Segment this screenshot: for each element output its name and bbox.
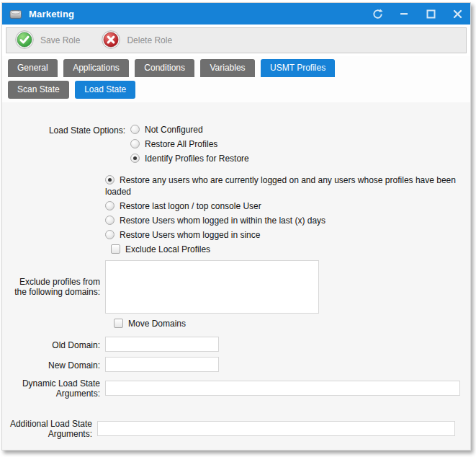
radio-restore-logged-on-users[interactable]: Restore any users who are currently logg… (105, 174, 464, 198)
radio-icon (130, 154, 140, 163)
radio-restore-last-logon[interactable]: Restore last logon / top console User (105, 200, 464, 212)
additional-args-input[interactable] (97, 421, 455, 436)
refresh-icon[interactable] (372, 8, 383, 19)
radio-restore-logged-in-since[interactable]: Restore Users whom logged in since (105, 229, 464, 241)
tab-applications[interactable]: Applications (63, 59, 129, 77)
window-controls (372, 8, 463, 19)
exclude-domains-textarea[interactable] (105, 260, 319, 314)
window-title: Marketing (29, 9, 74, 19)
radio-label: Restore last logon / top console User (120, 201, 261, 211)
radio-icon (130, 125, 140, 134)
radio-identify-profiles[interactable]: Identify Profiles for Restore (130, 153, 249, 164)
role-drum-icon (9, 9, 22, 19)
radio-label: Restore All Profiles (145, 139, 217, 149)
checkbox-label: Exclude Local Profiles (125, 244, 210, 254)
marketing-role-window: Marketing (1, 2, 471, 451)
tab-usmt-profiles[interactable]: USMT Profiles (261, 59, 335, 77)
tab-area: General Applications Conditions Variable… (2, 56, 470, 102)
new-domain-input[interactable] (105, 357, 219, 372)
dynamic-args-label: Dynamic Load State Arguments: (8, 377, 105, 399)
radio-restore-last-x-days[interactable]: Restore Users whom logged in within the … (105, 215, 464, 226)
main-tabs: General Applications Conditions Variable… (8, 59, 470, 77)
additional-args-label: Additional Load State Arguments: (8, 417, 97, 439)
radio-restore-all-profiles[interactable]: Restore All Profiles (130, 138, 249, 150)
load-state-options-label: Load State Options: (8, 124, 130, 136)
radio-label: Not Configured (145, 125, 203, 135)
load-state-panel: Load State Options: Not Configured Resto… (2, 102, 470, 450)
green-check-circle-icon (15, 30, 34, 51)
radio-icon (105, 216, 114, 225)
old-domain-input[interactable] (105, 337, 219, 352)
old-domain-label: Old Domain: (8, 339, 105, 350)
radio-not-configured[interactable]: Not Configured (130, 124, 249, 136)
exclude-domains-label: Exclude profiles from the following doma… (8, 277, 105, 297)
radio-icon (105, 201, 114, 210)
red-x-circle-icon (102, 30, 120, 51)
load-state-options-group: Not Configured Restore All Profiles Iden… (130, 124, 249, 167)
delete-role-label: Delete Role (127, 35, 172, 45)
radio-label: Identify Profiles for Restore (145, 154, 249, 164)
checkbox-label: Move Domains (128, 319, 186, 329)
tab-general[interactable]: General (8, 59, 58, 77)
maximize-icon[interactable] (425, 8, 436, 19)
checkbox-icon (111, 244, 120, 254)
save-role-button[interactable]: Save Role (15, 30, 80, 51)
radio-label: Restore Users whom logged in within the … (120, 216, 325, 226)
restore-mode-group: Restore any users who are currently logg… (105, 174, 464, 241)
radio-icon (105, 230, 114, 239)
save-role-label: Save Role (40, 35, 80, 45)
radio-label: Restore Users whom logged in since (120, 230, 260, 240)
close-icon[interactable] (452, 8, 463, 19)
delete-role-button[interactable]: Delete Role (102, 30, 172, 51)
tab-load-state[interactable]: Load State (75, 81, 135, 99)
radio-icon (105, 175, 114, 185)
titlebar: Marketing (2, 3, 470, 25)
minimize-icon[interactable] (398, 8, 410, 19)
tab-conditions[interactable]: Conditions (135, 59, 194, 77)
toolbar: Save Role Delete Role (6, 27, 467, 53)
sub-tabs: Scan State Load State (8, 81, 470, 99)
tab-variables[interactable]: Variables (200, 59, 254, 77)
dynamic-args-input[interactable] (105, 381, 460, 396)
move-domains-checkbox[interactable]: Move Domains (114, 318, 464, 329)
tab-scan-state[interactable]: Scan State (8, 81, 69, 99)
exclude-local-profiles-checkbox[interactable]: Exclude Local Profiles (111, 244, 464, 255)
toolbar-wrap: Save Role Delete Role (2, 25, 470, 56)
radio-icon (130, 139, 140, 148)
new-domain-label: New Domain: (8, 359, 105, 371)
radio-label: Restore any users who are currently logg… (105, 175, 456, 197)
checkbox-icon (114, 319, 123, 328)
